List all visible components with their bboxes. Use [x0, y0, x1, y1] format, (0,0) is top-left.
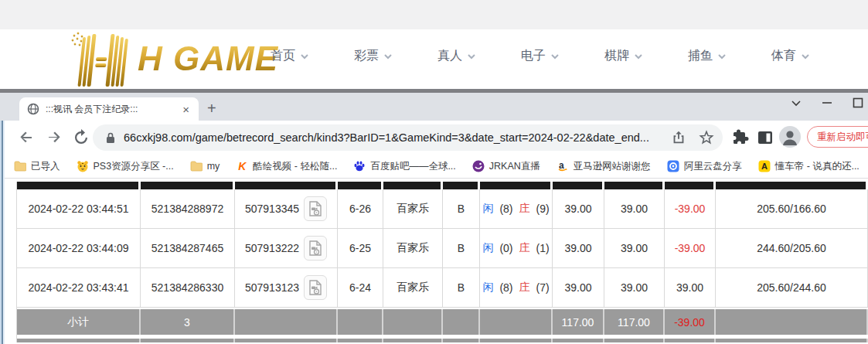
- top-strip: [0, 0, 868, 29]
- browser-toolbar: 66cxkj98.com/game/betrecord_search/kind3…: [0, 121, 868, 155]
- new-tab-button[interactable]: +: [207, 99, 216, 118]
- window-frame-left: [0, 121, 5, 344]
- cell-game-id: 507913222: [235, 229, 338, 268]
- baidu-paw-icon: [353, 160, 366, 172]
- nav-item-lottery[interactable]: 彩票: [354, 48, 393, 64]
- browser-window: :::视讯 会员下注纪录::: × + 66cxkj98.com/game/be…: [0, 89, 868, 344]
- video-replay-button[interactable]: [304, 236, 327, 261]
- bookmark-jrkan-live[interactable]: JRKAN直播: [472, 160, 540, 173]
- bookmark-ps3-forum[interactable]: PS3资源分享区 -...: [77, 160, 174, 173]
- cell-game-id: 507913123: [235, 268, 338, 308]
- table-row: 2024-02-22 03:44:51 521384288972 5079133…: [17, 189, 868, 229]
- subtotal-win-loss: -39.00: [665, 309, 716, 335]
- browser-tab[interactable]: :::视讯 会员下注纪录::: ×: [19, 97, 199, 121]
- site-logo[interactable]: H GAME: [68, 31, 278, 87]
- bet-record-table: 2024-02-22 03:44:51 521384288972 5079133…: [16, 182, 868, 342]
- nav-item-fishing[interactable]: 捕鱼: [688, 48, 727, 64]
- logo-text: H GAME: [138, 39, 278, 78]
- svg-text:A: A: [761, 162, 768, 171]
- subtotal-count: 3: [141, 309, 235, 335]
- cell-result: 闲(8) 庄(7): [480, 268, 553, 308]
- table-header-sliver: [17, 182, 868, 189]
- back-icon[interactable]: [17, 128, 36, 147]
- maximize-icon[interactable]: [853, 97, 863, 108]
- next-row-sliver: [17, 339, 868, 342]
- cell-game-id: 507913345: [235, 189, 338, 229]
- bookmark-imported[interactable]: 已导入: [14, 160, 60, 173]
- video-replay-button[interactable]: [304, 196, 327, 221]
- side-panel-icon[interactable]: [756, 128, 774, 147]
- chevron-down-icon: [383, 52, 393, 61]
- extensions-puzzle-icon[interactable]: [731, 128, 750, 147]
- person-icon: [779, 126, 801, 148]
- cell-bet-id: 521384286330: [141, 268, 235, 308]
- yellow-a-icon: A: [758, 160, 771, 172]
- table-row: 2024-02-22 03:44:09 521384287465 5079132…: [17, 229, 868, 268]
- tab-title: :::视讯 会员下注纪录:::: [46, 103, 179, 116]
- cell-bet-time: 2024-02-22 03:43:41: [17, 268, 141, 308]
- cell-bet-time: 2024-02-22 03:44:09: [17, 229, 141, 268]
- cell-bet-amount: 39.00: [553, 229, 604, 268]
- page-content: 2024-02-22 03:44:51 521384288972 5079133…: [0, 179, 868, 344]
- cell-game-name: 百家乐: [383, 268, 443, 308]
- bookmark-my[interactable]: my: [190, 160, 220, 172]
- cell-bet-type: B: [443, 189, 480, 229]
- folder-icon: [190, 160, 203, 172]
- nav-item-home[interactable]: 首页: [271, 48, 309, 64]
- bookmark-baidu-tieba[interactable]: 百度贴吧——全球...: [353, 160, 455, 173]
- forward-icon[interactable]: [45, 128, 63, 147]
- restart-update-button[interactable]: 重新启动即可更: [807, 126, 868, 148]
- bookmarks-bar: 已导入 PS3资源分享区 -... my K 酷绘视频 - 轻松随... 百度贴…: [0, 155, 868, 179]
- bookmark-star-icon[interactable]: [698, 129, 715, 146]
- video-replay-button[interactable]: [304, 275, 327, 300]
- site-header: H GAME 首页 彩票 真人 电子 棋牌 捕鱼 体育: [0, 0, 868, 89]
- bookmark-dongchedi[interactable]: A 懂车帝 - 说真的还...: [758, 160, 859, 173]
- cell-bet-id: 521384287465: [141, 229, 235, 268]
- share-icon[interactable]: [670, 129, 687, 146]
- minimize-icon[interactable]: [822, 97, 832, 108]
- cell-bet-amount: 39.00: [553, 189, 604, 229]
- cell-game-name: 百家乐: [383, 229, 443, 268]
- tiger-face-icon: [77, 160, 89, 172]
- table-row: 2024-02-22 03:43:41 521384286330 5079131…: [17, 268, 868, 308]
- folder-icon: [14, 160, 26, 172]
- chevron-down-icon: [634, 52, 643, 61]
- url-text[interactable]: 66cxkj98.com/game/betrecord_search/kind3…: [124, 131, 670, 144]
- cell-table-no: 6-25: [338, 229, 383, 268]
- aliyun-drive-icon: [667, 160, 679, 172]
- cell-bet-id: 521384288972: [141, 189, 235, 229]
- tab-bar: :::视讯 会员下注纪录::: × +: [0, 93, 868, 121]
- nav-item-sports[interactable]: 体育: [771, 48, 810, 64]
- cell-result: 闲(8) 庄(9): [480, 189, 553, 229]
- subtotal-row: 小计 3 117.00 117.00 -39.00: [17, 309, 868, 335]
- nav-item-live[interactable]: 真人: [437, 48, 476, 64]
- tab-search-chevron-icon[interactable]: [791, 97, 802, 108]
- bookmark-aliyun-drive[interactable]: 阿里云盘分享: [667, 160, 742, 173]
- cell-game-name: 百家乐: [383, 189, 443, 229]
- nav-item-chess[interactable]: 棋牌: [604, 48, 643, 64]
- address-bar[interactable]: 66cxkj98.com/game/betrecord_search/kind3…: [93, 124, 723, 151]
- bookmark-amazon[interactable]: a 亚马逊网站谢谢您: [557, 160, 651, 173]
- logo-mark-icon: [68, 31, 136, 87]
- cell-bet-time: 2024-02-22 03:44:51: [17, 189, 141, 229]
- orange-k-icon: K: [236, 160, 248, 172]
- cell-balance: 244.60/205.60: [716, 229, 868, 268]
- cell-result: 闲(0) 庄(1): [480, 229, 553, 268]
- globe-favicon-icon: [27, 103, 39, 115]
- reload-icon[interactable]: [72, 128, 90, 147]
- cell-valid-amount: 39.00: [604, 268, 665, 308]
- tab-close-icon[interactable]: ×: [179, 103, 192, 116]
- cell-table-no: 6-26: [338, 189, 383, 229]
- nav-item-slots[interactable]: 电子: [521, 48, 560, 64]
- svg-text:a: a: [559, 160, 564, 171]
- subtotal-bet: 117.00: [553, 309, 604, 335]
- main-navigation: 首页 彩票 真人 电子 棋牌 捕鱼 体育: [271, 48, 810, 64]
- cell-win-loss: -39.00: [665, 229, 716, 268]
- chevron-down-icon: [467, 52, 476, 61]
- cell-win-loss: 39.00: [665, 268, 716, 308]
- cell-bet-amount: 39.00: [553, 268, 604, 308]
- bookmark-kuhui-video[interactable]: K 酷绘视频 - 轻松随...: [236, 160, 337, 173]
- cell-balance: 205.60/166.60: [716, 189, 868, 229]
- profile-avatar[interactable]: [779, 126, 801, 148]
- subtotal-label: 小计: [17, 309, 141, 335]
